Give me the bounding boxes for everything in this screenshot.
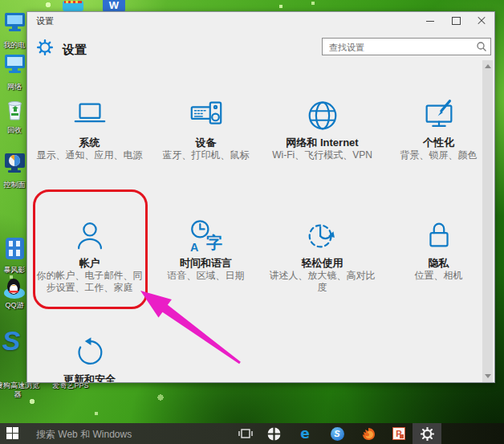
windows-logo-icon [6,427,12,433]
time-language-icon: A 字 [188,218,225,255]
firefox-icon [361,427,376,441]
minimize-button[interactable] [417,12,443,30]
privacy-lock-icon [421,218,457,255]
taskbar: e S P [0,423,504,444]
laptop-icon [71,97,108,134]
edge-button[interactable]: e [297,426,313,441]
settings-search-box[interactable] [322,38,491,55]
personalization-icon [421,97,457,134]
taskbar-search-input[interactable] [29,423,238,444]
sogou-icon: S [331,427,344,441]
powerpoint-button[interactable]: P [391,426,407,441]
pps-button[interactable] [266,426,282,441]
close-icon [478,17,486,25]
settings-window: 设置 设置 [26,11,495,383]
tile-privacy[interactable]: 隐私 位置、相机 [380,202,495,282]
account-person-icon [71,218,108,255]
task-view-icon [238,428,253,439]
edge-icon: e [300,427,310,441]
tile-network[interactable]: 网络和 Internet Wi-Fi、飞行模式、VPN [264,81,380,161]
settings-taskbar-button[interactable] [413,423,441,444]
minimize-icon [426,21,434,22]
scroll-up-icon[interactable] [485,64,491,68]
tile-update-security[interactable]: 更新和安全 Windows 更新、恢 [31,318,148,383]
tile-personalization[interactable]: 个性化 背景、锁屏、颜色 [380,81,495,161]
globe-icon [304,97,341,134]
update-security-icon [71,334,108,371]
start-button[interactable] [6,427,20,440]
scroll-down-icon[interactable] [485,374,491,378]
search-icon[interactable] [476,41,487,52]
page-title: 设置 [63,43,87,58]
settings-gear-icon [37,39,53,55]
screen: W 我的电 网络 回收 控制面 暴风影 QQ游 S 搜狗高速浏览 器 爱奇艺PP… [0,0,504,444]
devices-icon [188,97,225,134]
settings-search-input[interactable] [327,39,475,55]
maximize-button[interactable] [443,12,469,30]
w-logo-icon[interactable]: W [103,0,125,12]
tile-accounts[interactable]: 帐户 你的帐户、电子邮件、同步设置、工作、家庭 [31,202,148,294]
desktop-icon-sogou-label[interactable]: 搜狗高速浏览 器 [0,381,43,398]
tile-time-language[interactable]: A 字 时间和语言 语音、区域、日期 [148,202,264,282]
settings-gear-icon [421,427,434,441]
close-button[interactable] [469,12,494,30]
svg-text:字: 字 [206,234,222,251]
taskbar-search-box[interactable] [29,423,230,444]
tile-devices[interactable]: 设备 蓝牙、打印机、鼠标 [148,81,264,161]
powerpoint-icon: P [392,427,405,440]
maximize-icon [452,17,461,25]
window-title: 设置 [36,15,54,27]
tile-system[interactable]: 系统 显示、通知、应用、电源 [31,81,148,161]
pps-pinwheel-icon [267,427,281,441]
titlebar[interactable]: 设置 [27,12,494,30]
task-view-button[interactable] [238,426,254,441]
sogou-button[interactable]: S [329,426,345,441]
tile-ease-of-access[interactable]: 轻松使用 讲述人、放大镜、高对比度 [264,202,380,294]
ease-of-access-icon [304,218,341,255]
svg-text:A: A [189,241,197,254]
firefox-button[interactable] [360,426,376,441]
w-logo-glyph: W [103,0,125,12]
